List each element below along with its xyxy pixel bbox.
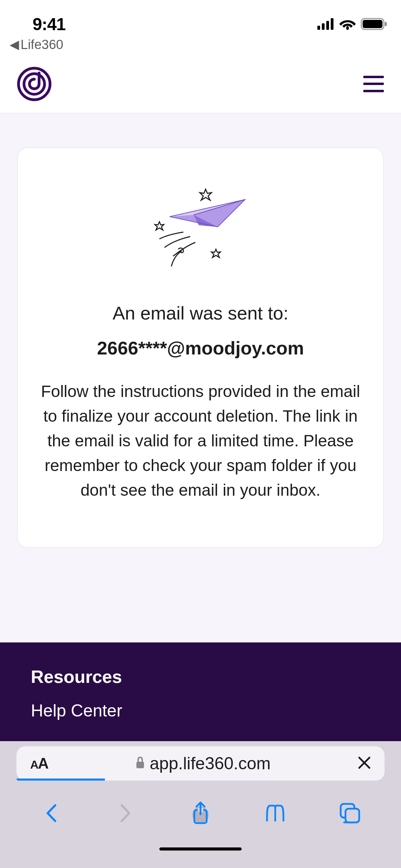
back-app-label: Life360 xyxy=(21,37,63,52)
lock-icon xyxy=(135,757,145,770)
share-button[interactable] xyxy=(187,799,214,827)
safari-url-bar: AA app.life360.com xyxy=(0,741,401,786)
forward-button xyxy=(112,799,139,827)
stop-reload-button[interactable] xyxy=(358,754,371,773)
svg-rect-10 xyxy=(136,762,144,768)
status-right xyxy=(317,18,387,34)
battery-icon xyxy=(361,18,387,32)
svg-rect-7 xyxy=(385,22,387,26)
footer-heading: Resources xyxy=(31,666,370,687)
cellular-icon xyxy=(317,18,335,31)
status-time: 9:41 xyxy=(33,14,65,34)
svg-point-9 xyxy=(24,74,45,94)
page-load-progress xyxy=(16,779,105,781)
svg-point-4 xyxy=(346,27,349,30)
svg-rect-0 xyxy=(317,26,320,30)
safari-toolbar xyxy=(0,786,401,841)
home-indicator[interactable] xyxy=(159,847,242,851)
svg-rect-3 xyxy=(331,18,333,30)
menu-button[interactable] xyxy=(363,76,384,92)
svg-rect-18 xyxy=(345,809,359,822)
tabs-button[interactable] xyxy=(336,799,364,827)
text-size-button[interactable]: AA xyxy=(30,755,48,772)
web-header xyxy=(0,55,401,113)
url-text: app.life360.com xyxy=(150,754,271,773)
card-title: An email was sent to: xyxy=(32,302,369,324)
confirmation-card: An email was sent to: 2666****@moodjoy.c… xyxy=(17,147,384,548)
back-to-app-button[interactable]: ◀︎ Life360 xyxy=(0,34,401,55)
back-caret-icon: ◀︎ xyxy=(10,37,19,52)
card-email: 2666****@moodjoy.com xyxy=(32,337,369,359)
bookmarks-button[interactable] xyxy=(262,799,289,827)
home-indicator-area xyxy=(0,841,401,868)
svg-rect-1 xyxy=(322,23,325,30)
url-pill[interactable]: AA app.life360.com xyxy=(16,746,385,781)
content-area: An email was sent to: 2666****@moodjoy.c… xyxy=(0,113,401,642)
back-button[interactable] xyxy=(37,799,65,827)
footer: Resources Help Center xyxy=(0,642,401,741)
svg-rect-2 xyxy=(326,21,329,30)
url-display[interactable]: app.life360.com xyxy=(48,754,358,773)
wifi-icon xyxy=(339,18,356,31)
footer-link-help-center[interactable]: Help Center xyxy=(31,701,370,721)
card-body: Follow the instructions provided in the … xyxy=(32,379,369,503)
svg-rect-6 xyxy=(363,20,382,28)
paper-plane-illustration xyxy=(139,182,262,278)
status-bar: 9:41 xyxy=(0,0,401,34)
life360-logo[interactable] xyxy=(17,67,51,101)
